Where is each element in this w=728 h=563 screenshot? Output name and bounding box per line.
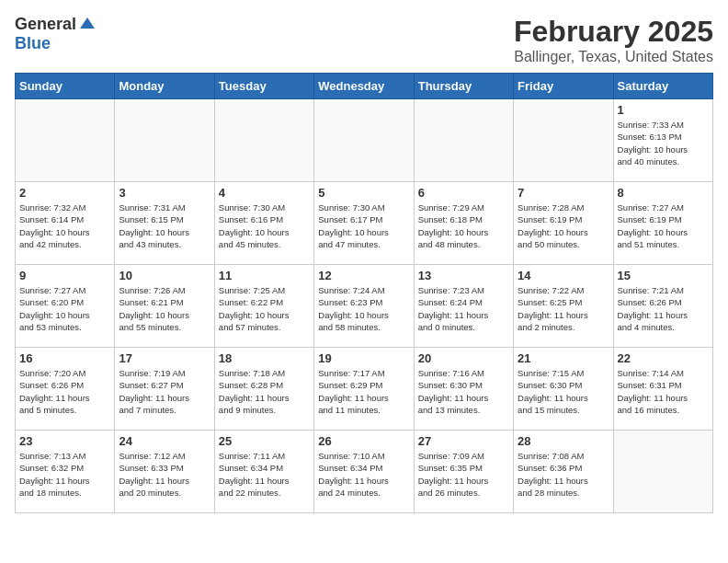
day-info: Sunrise: 7:20 AM Sunset: 6:26 PM Dayligh… bbox=[19, 367, 110, 416]
table-row: 8Sunrise: 7:27 AM Sunset: 6:19 PM Daylig… bbox=[613, 182, 712, 265]
svg-marker-0 bbox=[80, 17, 95, 29]
table-row: 1Sunrise: 7:33 AM Sunset: 6:13 PM Daylig… bbox=[613, 99, 712, 182]
day-number: 9 bbox=[19, 269, 110, 282]
day-number: 18 bbox=[219, 351, 310, 365]
calendar-week-row: 1Sunrise: 7:33 AM Sunset: 6:13 PM Daylig… bbox=[16, 99, 713, 182]
calendar-week-row: 9Sunrise: 7:27 AM Sunset: 6:20 PM Daylig… bbox=[16, 265, 713, 348]
header-monday: Monday bbox=[115, 74, 214, 99]
day-number: 5 bbox=[318, 186, 409, 200]
table-row: 14Sunrise: 7:22 AM Sunset: 6:25 PM Dayli… bbox=[514, 265, 613, 348]
day-info: Sunrise: 7:23 AM Sunset: 6:24 PM Dayligh… bbox=[418, 284, 509, 333]
day-info: Sunrise: 7:21 AM Sunset: 6:26 PM Dayligh… bbox=[618, 284, 709, 333]
table-row: 13Sunrise: 7:23 AM Sunset: 6:24 PM Dayli… bbox=[414, 265, 513, 348]
day-number: 23 bbox=[19, 434, 110, 448]
table-row bbox=[414, 99, 513, 182]
table-row: 6Sunrise: 7:29 AM Sunset: 6:18 PM Daylig… bbox=[414, 182, 513, 265]
day-number: 3 bbox=[119, 186, 210, 200]
logo: General Blue bbox=[15, 15, 97, 53]
day-number: 6 bbox=[418, 186, 509, 200]
table-row: 12Sunrise: 7:24 AM Sunset: 6:23 PM Dayli… bbox=[314, 265, 414, 348]
day-info: Sunrise: 7:24 AM Sunset: 6:23 PM Dayligh… bbox=[318, 284, 409, 333]
table-row bbox=[613, 431, 712, 513]
day-number: 8 bbox=[618, 186, 709, 200]
day-info: Sunrise: 7:16 AM Sunset: 6:30 PM Dayligh… bbox=[418, 367, 509, 416]
day-number: 28 bbox=[518, 434, 609, 448]
day-number: 15 bbox=[618, 269, 709, 282]
day-info: Sunrise: 7:12 AM Sunset: 6:33 PM Dayligh… bbox=[119, 450, 210, 499]
table-row: 9Sunrise: 7:27 AM Sunset: 6:20 PM Daylig… bbox=[16, 265, 115, 348]
table-row bbox=[314, 99, 414, 182]
day-info: Sunrise: 7:27 AM Sunset: 6:20 PM Dayligh… bbox=[19, 284, 110, 333]
day-info: Sunrise: 7:11 AM Sunset: 6:34 PM Dayligh… bbox=[219, 450, 310, 499]
table-row bbox=[115, 99, 214, 182]
day-info: Sunrise: 7:22 AM Sunset: 6:25 PM Dayligh… bbox=[518, 284, 609, 333]
table-row: 16Sunrise: 7:20 AM Sunset: 6:26 PM Dayli… bbox=[16, 348, 115, 431]
day-info: Sunrise: 7:31 AM Sunset: 6:15 PM Dayligh… bbox=[119, 201, 210, 250]
header-thursday: Thursday bbox=[414, 74, 513, 99]
day-info: Sunrise: 7:10 AM Sunset: 6:34 PM Dayligh… bbox=[318, 450, 409, 499]
day-number: 22 bbox=[618, 351, 709, 365]
table-row bbox=[16, 99, 115, 182]
day-number: 25 bbox=[219, 434, 310, 448]
table-row: 15Sunrise: 7:21 AM Sunset: 6:26 PM Dayli… bbox=[613, 265, 712, 348]
header-saturday: Saturday bbox=[613, 74, 712, 99]
table-row: 20Sunrise: 7:16 AM Sunset: 6:30 PM Dayli… bbox=[414, 348, 513, 431]
day-number: 2 bbox=[19, 186, 110, 200]
table-row: 19Sunrise: 7:17 AM Sunset: 6:29 PM Dayli… bbox=[314, 348, 414, 431]
table-row: 24Sunrise: 7:12 AM Sunset: 6:33 PM Dayli… bbox=[115, 431, 214, 513]
day-number: 11 bbox=[219, 269, 310, 282]
table-row bbox=[514, 99, 613, 182]
day-number: 10 bbox=[119, 269, 210, 282]
calendar-week-row: 16Sunrise: 7:20 AM Sunset: 6:26 PM Dayli… bbox=[16, 348, 713, 431]
table-row: 27Sunrise: 7:09 AM Sunset: 6:35 PM Dayli… bbox=[414, 431, 513, 513]
table-row: 25Sunrise: 7:11 AM Sunset: 6:34 PM Dayli… bbox=[214, 431, 313, 513]
month-title: February 2025 bbox=[514, 15, 713, 49]
calendar-header-row: Sunday Monday Tuesday Wednesday Thursday… bbox=[16, 74, 713, 99]
day-number: 1 bbox=[618, 103, 709, 117]
day-number: 19 bbox=[318, 351, 409, 365]
header-sunday: Sunday bbox=[16, 74, 115, 99]
day-info: Sunrise: 7:13 AM Sunset: 6:32 PM Dayligh… bbox=[19, 450, 110, 499]
day-number: 13 bbox=[418, 269, 509, 282]
day-number: 7 bbox=[518, 186, 609, 200]
day-number: 27 bbox=[418, 434, 509, 448]
calendar-week-row: 23Sunrise: 7:13 AM Sunset: 6:32 PM Dayli… bbox=[16, 431, 713, 513]
day-info: Sunrise: 7:18 AM Sunset: 6:28 PM Dayligh… bbox=[219, 367, 310, 416]
table-row: 21Sunrise: 7:15 AM Sunset: 6:30 PM Dayli… bbox=[514, 348, 613, 431]
day-info: Sunrise: 7:30 AM Sunset: 6:17 PM Dayligh… bbox=[318, 201, 409, 250]
table-row: 18Sunrise: 7:18 AM Sunset: 6:28 PM Dayli… bbox=[214, 348, 313, 431]
day-info: Sunrise: 7:14 AM Sunset: 6:31 PM Dayligh… bbox=[618, 367, 709, 416]
day-number: 26 bbox=[318, 434, 409, 448]
day-info: Sunrise: 7:33 AM Sunset: 6:13 PM Dayligh… bbox=[618, 119, 709, 167]
table-row: 2Sunrise: 7:32 AM Sunset: 6:14 PM Daylig… bbox=[16, 182, 115, 265]
day-info: Sunrise: 7:28 AM Sunset: 6:19 PM Dayligh… bbox=[518, 201, 609, 250]
day-number: 20 bbox=[418, 351, 509, 365]
day-info: Sunrise: 7:25 AM Sunset: 6:22 PM Dayligh… bbox=[219, 284, 310, 333]
header-wednesday: Wednesday bbox=[314, 74, 414, 99]
day-info: Sunrise: 7:17 AM Sunset: 6:29 PM Dayligh… bbox=[318, 367, 409, 416]
day-info: Sunrise: 7:09 AM Sunset: 6:35 PM Dayligh… bbox=[418, 450, 509, 499]
table-row: 26Sunrise: 7:10 AM Sunset: 6:34 PM Dayli… bbox=[314, 431, 414, 513]
logo-icon bbox=[78, 16, 97, 34]
table-row: 3Sunrise: 7:31 AM Sunset: 6:15 PM Daylig… bbox=[115, 182, 214, 265]
table-row: 7Sunrise: 7:28 AM Sunset: 6:19 PM Daylig… bbox=[514, 182, 613, 265]
table-row: 5Sunrise: 7:30 AM Sunset: 6:17 PM Daylig… bbox=[314, 182, 414, 265]
day-info: Sunrise: 7:19 AM Sunset: 6:27 PM Dayligh… bbox=[119, 367, 210, 416]
day-info: Sunrise: 7:15 AM Sunset: 6:30 PM Dayligh… bbox=[518, 367, 609, 416]
day-number: 16 bbox=[19, 351, 110, 365]
calendar-table: Sunday Monday Tuesday Wednesday Thursday… bbox=[15, 73, 713, 513]
table-row: 28Sunrise: 7:08 AM Sunset: 6:36 PM Dayli… bbox=[514, 431, 613, 513]
day-info: Sunrise: 7:08 AM Sunset: 6:36 PM Dayligh… bbox=[518, 450, 609, 499]
calendar-week-row: 2Sunrise: 7:32 AM Sunset: 6:14 PM Daylig… bbox=[16, 182, 713, 265]
table-row: 11Sunrise: 7:25 AM Sunset: 6:22 PM Dayli… bbox=[214, 265, 313, 348]
day-info: Sunrise: 7:26 AM Sunset: 6:21 PM Dayligh… bbox=[119, 284, 210, 333]
day-info: Sunrise: 7:30 AM Sunset: 6:16 PM Dayligh… bbox=[219, 201, 310, 250]
table-row bbox=[214, 99, 313, 182]
table-row: 10Sunrise: 7:26 AM Sunset: 6:21 PM Dayli… bbox=[115, 265, 214, 348]
table-row: 23Sunrise: 7:13 AM Sunset: 6:32 PM Dayli… bbox=[16, 431, 115, 513]
day-number: 4 bbox=[219, 186, 310, 200]
day-number: 21 bbox=[518, 351, 609, 365]
day-number: 24 bbox=[119, 434, 210, 448]
logo-blue: Blue bbox=[15, 34, 51, 53]
table-row: 4Sunrise: 7:30 AM Sunset: 6:16 PM Daylig… bbox=[214, 182, 313, 265]
